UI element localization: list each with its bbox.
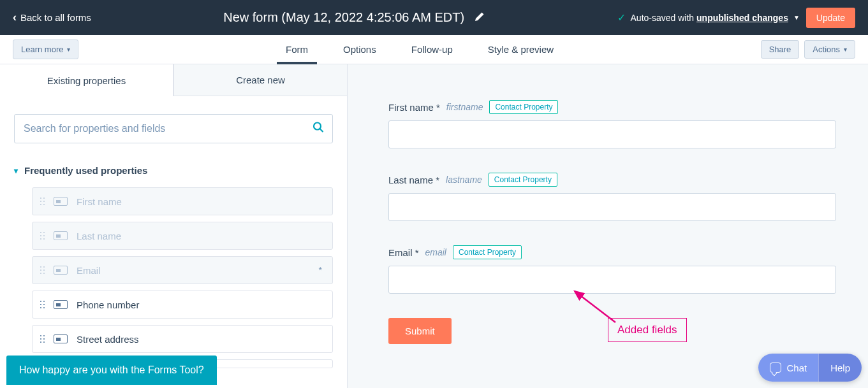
chat-label: Chat — [786, 363, 807, 373]
nav-tab-form[interactable]: Form — [286, 35, 308, 64]
actions-button[interactable]: Actions ▾ — [804, 40, 855, 59]
chevron-left-icon: ‹ — [13, 11, 17, 24]
caret-down-icon: ▼ — [793, 14, 800, 21]
property-label: Street address — [77, 334, 139, 345]
drag-handle-icon — [40, 198, 45, 205]
nav-tab-style-preview[interactable]: Style & preview — [488, 35, 554, 64]
search-input[interactable] — [14, 114, 333, 143]
pencil-icon[interactable] — [474, 11, 485, 24]
property-label: Last name — [77, 231, 121, 241]
field-internal-name: lastname — [446, 175, 482, 185]
field-input-lastname[interactable] — [388, 193, 836, 221]
caret-down-icon: ▾ — [14, 166, 18, 175]
autosave-link-text: unpublished changes — [696, 13, 788, 23]
property-type-badge: Contact Property — [489, 173, 557, 187]
caret-down-icon: ▾ — [67, 46, 70, 53]
back-label: Back to all forms — [20, 12, 91, 23]
annotation-label: Added fields — [608, 318, 687, 342]
submit-button[interactable]: Submit — [388, 318, 452, 344]
update-button[interactable]: Update — [806, 8, 855, 28]
page-title: New form (May 12, 2022 4:25:06 AM EDT) — [223, 10, 464, 25]
autosave-prefix: Auto-saved with — [631, 13, 697, 23]
actions-label: Actions — [813, 45, 840, 54]
property-item-email: Email* — [32, 256, 333, 284]
property-label: First name — [77, 196, 122, 207]
property-label: Phone number — [77, 299, 139, 310]
section-header-label: Frequently used properties — [24, 165, 147, 176]
field-internal-name: email — [425, 247, 446, 257]
search-icon[interactable] — [313, 122, 324, 136]
drag-handle-icon[interactable] — [40, 335, 45, 343]
property-item-phone-number[interactable]: Phone number — [32, 291, 333, 319]
form-field-firstname[interactable]: First name *firstnameContact Property — [388, 100, 836, 148]
svg-line-1 — [320, 129, 323, 133]
section-toggle-frequently-used[interactable]: ▾ Frequently used properties — [14, 165, 333, 176]
text-field-icon — [54, 334, 68, 343]
nav-tab-options[interactable]: Options — [343, 35, 376, 64]
checkmark-icon: ✓ — [617, 11, 626, 24]
property-item-last-name: Last name — [32, 222, 333, 250]
field-input-firstname[interactable] — [388, 120, 836, 148]
drag-handle-icon — [40, 232, 45, 240]
form-field-lastname[interactable]: Last name *lastnameContact Property — [388, 173, 836, 221]
property-type-badge: Contact Property — [453, 245, 522, 259]
help-button[interactable]: Help — [818, 354, 862, 382]
back-to-forms-link[interactable]: ‹ Back to all forms — [13, 11, 91, 24]
survey-prompt[interactable]: How happy are you with the Forms Tool? — [6, 356, 217, 385]
property-item-first-name: First name — [32, 187, 333, 215]
svg-point-0 — [314, 123, 321, 130]
text-field-icon — [54, 231, 68, 240]
learn-more-button[interactable]: Learn more ▾ — [13, 40, 78, 59]
autosave-status[interactable]: ✓ Auto-saved with unpublished changes ▼ — [617, 11, 800, 24]
drag-handle-icon — [40, 266, 45, 274]
form-field-email[interactable]: Email *emailContact Property — [388, 245, 836, 294]
drag-handle-icon[interactable] — [40, 301, 45, 308]
share-button[interactable]: Share — [761, 40, 800, 59]
panel-tab-existing-properties[interactable]: Existing properties — [0, 64, 173, 96]
required-indicator: * — [319, 265, 322, 275]
field-label: Email * — [388, 247, 419, 258]
field-input-email[interactable] — [388, 266, 836, 294]
nav-tab-follow-up[interactable]: Follow-up — [411, 35, 453, 64]
panel-tab-create-new[interactable]: Create new — [173, 64, 347, 96]
caret-down-icon: ▾ — [844, 46, 847, 53]
field-internal-name: firstname — [446, 102, 483, 112]
field-label: First name * — [388, 102, 440, 113]
text-field-icon — [54, 197, 68, 206]
property-label: Email — [77, 265, 101, 276]
property-item-street-address[interactable]: Street address — [32, 325, 333, 353]
chat-button[interactable]: Chat — [758, 354, 818, 382]
text-field-icon — [54, 266, 68, 275]
learn-more-label: Learn more — [21, 45, 63, 54]
text-field-icon — [54, 300, 68, 309]
property-type-badge: Contact Property — [489, 100, 558, 114]
chat-bubble-icon — [770, 363, 781, 373]
field-label: Last name * — [388, 175, 439, 185]
